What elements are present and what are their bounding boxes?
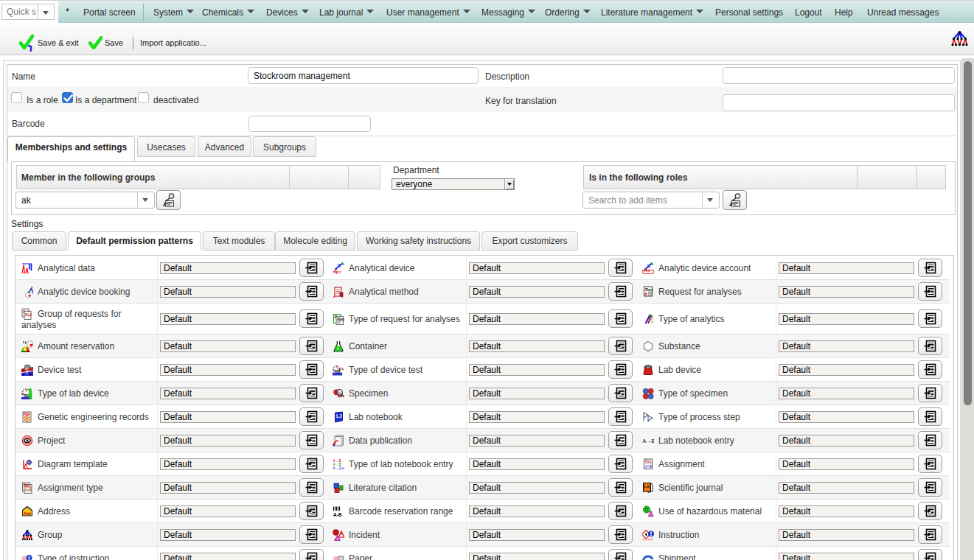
svg-text:A-B: A-B	[333, 512, 342, 517]
svg-text:?: ?	[338, 367, 341, 375]
svg-text:Req: Req	[337, 316, 344, 321]
svg-text:A→B: A→B	[643, 438, 655, 444]
svg-text:***: ***	[644, 268, 650, 274]
svg-text:Rq1: Rq1	[25, 312, 32, 316]
svg-text:?: ?	[25, 365, 29, 374]
svg-text:Req: Req	[24, 483, 30, 486]
svg-text:A→Q+C: A→Q+C	[333, 466, 345, 469]
svg-text:Adr: Adr	[24, 511, 32, 515]
svg-text:!: !	[28, 555, 30, 560]
svg-text:A>B: A>B	[645, 464, 652, 468]
svg-text:Req: Req	[645, 287, 653, 291]
svg-text:PDF: PDF	[24, 412, 30, 416]
svg-text:ftp:/: ftp:/	[333, 270, 341, 274]
svg-text:LJ: LJ	[336, 413, 342, 418]
svg-text:Req: Req	[645, 460, 652, 463]
svg-text:Lit: Lit	[644, 483, 650, 488]
svg-text:A>B: A>B	[25, 488, 32, 491]
